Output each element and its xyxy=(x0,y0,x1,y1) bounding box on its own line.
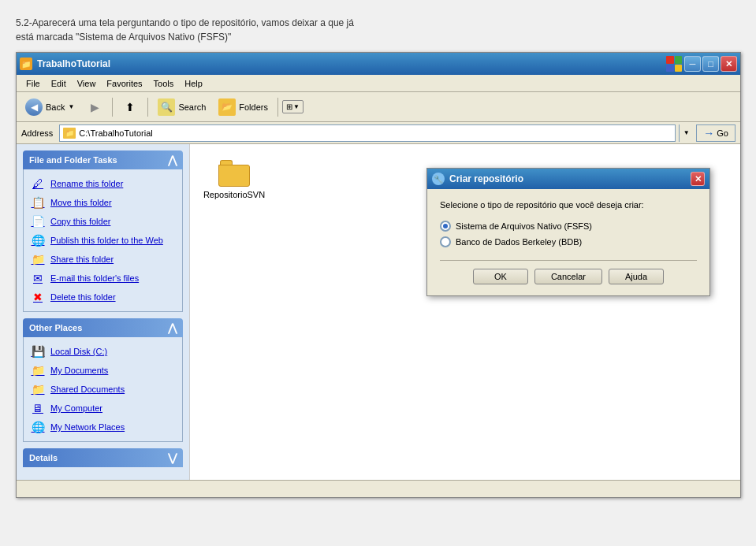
address-bar: Address 📁 C:\TrabalhoTutorial ▼ → Go xyxy=(17,122,740,144)
go-button[interactable]: → Go xyxy=(696,124,736,142)
task-delete[interactable]: ✖ Delete this folder xyxy=(27,288,179,306)
back-dropdown-icon[interactable]: ▼ xyxy=(68,103,74,110)
place-network[interactable]: 🌐 My Network Places xyxy=(27,418,179,436)
address-dropdown-button[interactable]: ▼ xyxy=(679,124,693,142)
page-description: 5.2-Aparecerá uma tela perguntando o tip… xyxy=(16,16,740,44)
forward-button[interactable]: ▶ xyxy=(81,96,108,118)
folder-label: RepositorioSVN xyxy=(203,190,265,199)
ajuda-button[interactable]: Ajuda xyxy=(609,269,664,284)
place-my-documents[interactable]: 📁 My Documents xyxy=(27,361,179,380)
ok-button[interactable]: OK xyxy=(473,269,528,284)
task-rename[interactable]: 🖊 Rename this folder xyxy=(27,174,179,193)
place-shared-documents[interactable]: 📁 Shared Documents xyxy=(27,380,179,399)
radio-bdb-circle[interactable] xyxy=(440,236,451,247)
right-content: RepositorioSVN 🔧 Criar repositório ✕ Sel… xyxy=(190,144,740,480)
close-button[interactable]: ✕ xyxy=(721,56,737,72)
place-local-disk[interactable]: 💾 Local Disk (C:) xyxy=(27,342,179,361)
menu-favorites[interactable]: Favorites xyxy=(102,77,147,90)
my-computer-icon: 🖥 xyxy=(30,400,46,416)
search-button[interactable]: 🔍 Search xyxy=(152,95,211,119)
file-folder-tasks-header[interactable]: File and Folder Tasks ⋀ xyxy=(23,150,183,169)
rename-icon: 🖊 xyxy=(30,176,46,191)
details-expand-icon: ⋁ xyxy=(168,451,177,464)
address-input-wrap[interactable]: 📁 C:\TrabalhoTutorial xyxy=(59,124,676,142)
email-icon: ✉ xyxy=(30,270,46,286)
cancelar-button[interactable]: Cancelar xyxy=(534,269,602,284)
radio-bdb[interactable]: Banco de Dados Berkeley (BDB) xyxy=(440,236,697,247)
network-icon: 🌐 xyxy=(30,419,46,435)
menu-bar: File Edit View Favorites Tools Help xyxy=(17,75,740,92)
publish-icon: 🌐 xyxy=(30,232,46,248)
radio-fsfs-circle[interactable] xyxy=(440,221,451,232)
dialog-close-button[interactable]: ✕ xyxy=(691,172,705,186)
back-button[interactable]: ◀ Back ▼ xyxy=(20,95,80,119)
view-button[interactable]: ⊞ ▼ xyxy=(282,100,304,113)
menu-tools[interactable]: Tools xyxy=(149,77,179,90)
other-places-expand-icon: ⋀ xyxy=(168,321,177,334)
menu-file[interactable]: File xyxy=(21,77,45,90)
file-folder-tasks-section: File and Folder Tasks ⋀ 🖊 Rename this fo… xyxy=(23,150,183,312)
folders-button[interactable]: 📂 Folders xyxy=(213,95,274,119)
up-button[interactable]: ⬆ xyxy=(117,96,143,118)
criar-repositorio-dialog: 🔧 Criar repositório ✕ Selecione o tipo d… xyxy=(426,168,710,296)
dialog-message: Selecione o tipo de repositório que você… xyxy=(440,200,697,210)
copy-icon: 📄 xyxy=(30,214,46,229)
task-move[interactable]: 📋 Move this folder xyxy=(27,193,179,212)
place-my-computer[interactable]: 🖥 My Computer xyxy=(27,399,179,418)
dialog-buttons: OK Cancelar Ajuda xyxy=(440,260,697,284)
title-bar: 📁 TrabalhoTutorial ─ □ ✕ xyxy=(17,53,740,75)
status-bar xyxy=(17,480,740,497)
move-icon: 📋 xyxy=(30,195,46,210)
address-label: Address xyxy=(21,128,53,138)
my-documents-icon: 📁 xyxy=(30,362,46,378)
xp-flag xyxy=(664,54,684,74)
task-publish[interactable]: 🌐 Publish this folder to the Web xyxy=(27,231,179,250)
radio-fsfs[interactable]: Sistema de Arquivos Nativo (FSFS) xyxy=(440,221,697,232)
details-section: Details ⋁ xyxy=(23,448,183,467)
address-text: C:\TrabalhoTutorial xyxy=(79,128,672,138)
dialog-icon: 🔧 xyxy=(432,173,445,185)
address-folder-icon: 📁 xyxy=(63,128,76,139)
delete-icon: ✖ xyxy=(30,289,46,305)
radio-group: Sistema de Arquivos Nativo (FSFS) Banco … xyxy=(440,221,697,247)
menu-help[interactable]: Help xyxy=(180,77,207,90)
maximize-button[interactable]: □ xyxy=(702,56,719,72)
task-share[interactable]: 📁 Share this folder xyxy=(27,250,179,269)
menu-view[interactable]: View xyxy=(73,77,101,90)
tasks-expand-icon: ⋀ xyxy=(168,154,177,166)
left-panel: File and Folder Tasks ⋀ 🖊 Rename this fo… xyxy=(17,144,190,480)
window-title: TrabalhoTutorial xyxy=(37,58,664,69)
shared-documents-icon: 📁 xyxy=(30,381,46,397)
share-icon: 📁 xyxy=(30,251,46,267)
task-copy[interactable]: 📄 Copy this folder xyxy=(27,212,179,231)
go-arrow-icon: → xyxy=(703,127,714,139)
minimize-button[interactable]: ─ xyxy=(684,56,701,72)
task-email[interactable]: ✉ E-mail this folder's files xyxy=(27,269,179,288)
folder-item[interactable]: RepositorioSVN xyxy=(203,157,266,202)
other-places-header[interactable]: Other Places ⋀ xyxy=(23,318,183,337)
toolbar: ◀ Back ▼ ▶ ⬆ 🔍 Search 📂 Folders ⊞ ▼ xyxy=(17,92,740,122)
details-header[interactable]: Details ⋁ xyxy=(23,448,183,467)
window-icon: 📁 xyxy=(20,58,32,70)
other-places-section: Other Places ⋀ 💾 Local Disk (C:) 📁 My Do… xyxy=(23,318,183,442)
local-disk-icon: 💾 xyxy=(30,344,46,359)
menu-edit[interactable]: Edit xyxy=(47,77,71,90)
explorer-window: 📁 TrabalhoTutorial ─ □ ✕ File Edit View … xyxy=(16,52,741,498)
dialog-title-bar: 🔧 Criar repositório ✕ xyxy=(427,169,709,189)
dialog-title: Criar repositório xyxy=(449,173,691,184)
